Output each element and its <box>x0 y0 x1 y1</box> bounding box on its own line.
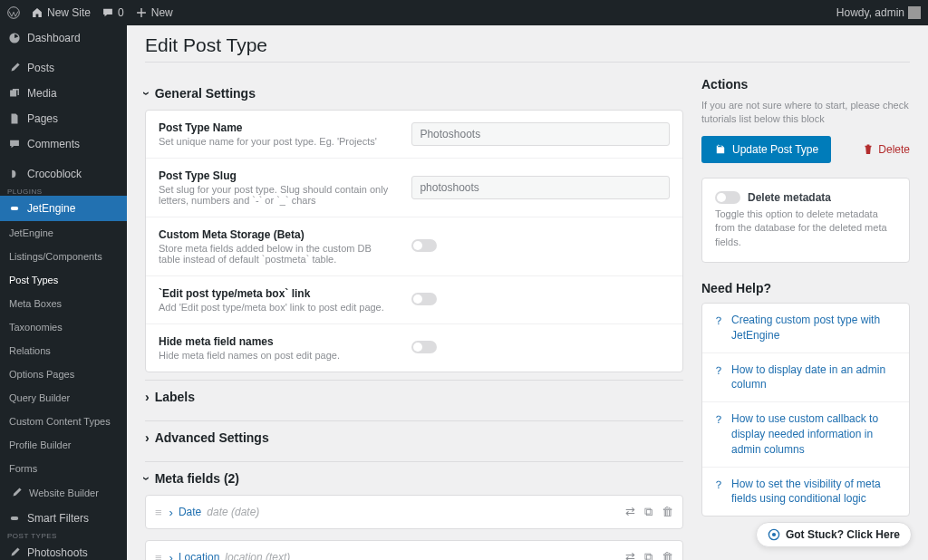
hide-label: Hide meta field names <box>159 335 393 348</box>
menu-tag-plugins: Plugins <box>0 187 127 196</box>
shuffle-icon[interactable]: ⇄ <box>625 505 635 519</box>
chevron-right-icon: › <box>169 551 173 561</box>
new-content[interactable]: New <box>135 6 173 19</box>
name-input[interactable] <box>411 122 670 146</box>
svg-point-9 <box>772 533 776 536</box>
slug-help: Set slug for your post type. Slug should… <box>159 184 393 206</box>
chevron-right-icon: › <box>145 390 150 404</box>
sub-taxonomies[interactable]: Taxonomies <box>0 315 127 339</box>
hide-toggle[interactable] <box>411 341 437 353</box>
comments-count[interactable]: 0 <box>102 6 124 19</box>
slug-input[interactable] <box>411 176 670 199</box>
sub-website-builder[interactable]: Website Builder <box>0 480 127 506</box>
question-icon: ？ <box>713 314 724 329</box>
wp-logo[interactable] <box>7 6 20 19</box>
delete-metadata-toggle[interactable] <box>715 191 740 204</box>
help-list: ？Creating custom post type with JetEngin… <box>701 303 910 517</box>
menu-pages[interactable]: Pages <box>0 106 127 131</box>
svg-rect-1 <box>11 207 18 210</box>
drag-handle-icon[interactable]: ≡ <box>155 506 162 519</box>
page-title: Edit Post Type <box>145 34 910 56</box>
question-icon: ？ <box>713 412 724 428</box>
menu-jetengine[interactable]: JetEngine <box>0 196 127 221</box>
sub-listings[interactable]: Listings/Components <box>0 245 127 268</box>
cms-label: Custom Meta Storage (Beta) <box>159 228 393 241</box>
help-title: Need Help? <box>701 281 910 295</box>
menu-tag-post-types: Post Types <box>0 531 127 540</box>
help-item[interactable]: ？Creating custom post type with JetEngin… <box>702 304 909 353</box>
editlink-help: Add 'Edit post type/meta box' link to po… <box>159 302 393 313</box>
chevron-right-icon: › <box>169 506 173 519</box>
actions-title: Actions <box>701 77 910 92</box>
sub-meta-boxes[interactable]: Meta Boxes <box>0 292 127 315</box>
help-item[interactable]: ？How to use custom callback to display n… <box>702 402 909 467</box>
help-item[interactable]: ？How to display date in an admin column <box>702 353 909 403</box>
menu-crocoblock[interactable]: Crocoblock <box>0 161 127 187</box>
delete-metadata-card: Delete metadata Toggle this option to de… <box>701 178 910 263</box>
meta-item-location[interactable]: ≡ › Location location (text) ⇄ ⧉ 🗑 <box>145 540 683 560</box>
delete-link[interactable]: Delete <box>862 143 910 156</box>
question-icon: ？ <box>713 478 724 493</box>
slug-label: Post Type Slug <box>159 169 393 182</box>
drag-handle-icon[interactable]: ≡ <box>155 551 162 561</box>
chevron-down-icon: › <box>140 477 154 481</box>
sub-post-types[interactable]: Post Types <box>0 268 127 292</box>
general-card: Post Type NameSet unique name for your p… <box>145 110 683 372</box>
sub-options-pages[interactable]: Options Pages <box>0 362 127 386</box>
menu-smart-filters[interactable]: Smart Filters <box>0 506 127 531</box>
name-help: Set unique name for your post type. Eg. … <box>159 136 393 147</box>
sub-query-builder[interactable]: Query Builder <box>0 386 127 410</box>
question-icon: ？ <box>713 363 724 379</box>
svg-rect-2 <box>11 517 18 520</box>
menu-media[interactable]: Media <box>0 81 127 106</box>
trash-icon[interactable]: 🗑 <box>662 550 673 560</box>
editlink-label: `Edit post type/meta box` link <box>159 287 393 300</box>
actions-desc: If you are not sure where to start, plea… <box>701 99 910 127</box>
copy-icon[interactable]: ⧉ <box>644 550 652 560</box>
sub-cct[interactable]: Custom Content Types <box>0 410 127 433</box>
chevron-down-icon: › <box>140 92 154 96</box>
cms-help: Store meta fields added below in the cus… <box>159 243 393 265</box>
meta-item-date[interactable]: ≡ › Date date (date) ⇄ ⧉ 🗑 <box>145 495 683 529</box>
menu-posts[interactable]: Posts <box>0 55 127 81</box>
section-labels[interactable]: ›Labels <box>145 380 683 413</box>
got-stuck-cta[interactable]: Got Stuck? Click Here <box>756 522 912 547</box>
main-content: Edit Post Type › General Settings Post T… <box>127 25 928 560</box>
sub-forms[interactable]: Forms <box>0 457 127 480</box>
chevron-right-icon: › <box>145 430 150 445</box>
sub-jetengine[interactable]: JetEngine <box>0 221 127 245</box>
section-general[interactable]: › General Settings <box>145 77 683 110</box>
sub-relations[interactable]: Relations <box>0 339 127 362</box>
admin-bar: New Site 0 New Howdy, admin <box>0 0 928 25</box>
menu-comments[interactable]: Comments <box>0 131 127 157</box>
section-advanced[interactable]: ›Advanced Settings <box>145 420 683 454</box>
avatar-icon <box>908 6 921 19</box>
hide-help: Hide meta field names on post edit page. <box>159 350 393 361</box>
menu-photoshoots[interactable]: Photoshoots <box>0 540 127 560</box>
shuffle-icon[interactable]: ⇄ <box>625 550 635 560</box>
sub-profile-builder[interactable]: Profile Builder <box>0 433 127 457</box>
trash-icon[interactable]: 🗑 <box>662 505 673 519</box>
delete-metadata-help: Toggle this option to delete metadata fr… <box>715 208 896 249</box>
howdy-account[interactable]: Howdy, admin <box>836 6 921 19</box>
update-button[interactable]: Update Post Type <box>701 136 831 163</box>
copy-icon[interactable]: ⧉ <box>644 505 652 519</box>
name-label: Post Type Name <box>159 121 393 134</box>
admin-sidebar: Dashboard Posts Media Pages Comments Cro… <box>0 25 127 560</box>
site-link[interactable]: New Site <box>31 6 91 19</box>
cms-toggle[interactable] <box>411 239 437 252</box>
editlink-toggle[interactable] <box>411 293 437 305</box>
help-item[interactable]: ？How to set the visibility of meta field… <box>702 468 909 517</box>
menu-dashboard[interactable]: Dashboard <box>0 25 127 51</box>
section-meta[interactable]: ›Meta fields (2) <box>145 461 683 495</box>
